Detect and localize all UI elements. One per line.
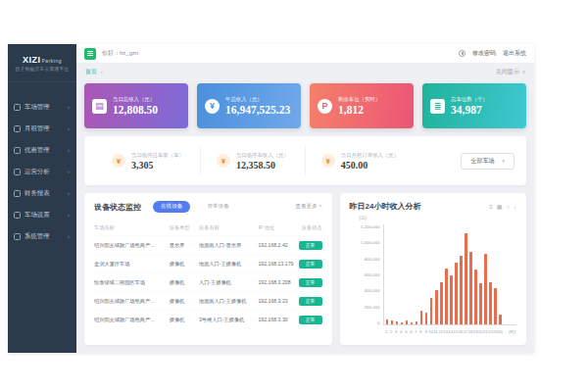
sidebar-item-label: 系统管理 — [24, 232, 67, 241]
cell-device-name: 地面南入口-显示屏 — [199, 242, 258, 249]
parking-icon: P — [318, 99, 332, 114]
cell-lot-name: 绍兴阳光城际广场电商产… — [94, 317, 170, 323]
sidebar-item-3[interactable]: 优惠管理∨ — [8, 139, 76, 161]
table-row: 恒泰绿城二期园区车场摄像机入口-主摄像机192.168.3.208正常 — [94, 272, 322, 291]
collapse-menu-button[interactable] — [84, 48, 96, 60]
y-tick-label: 600,000 — [365, 272, 380, 277]
sidebar-item-7[interactable]: 系统管理∨ — [8, 225, 76, 247]
parking-lot-select-value: 全部车场 — [470, 157, 494, 166]
hamburger-icon — [87, 53, 93, 54]
chevron-down-icon: ▾ — [502, 158, 505, 164]
view-more-link[interactable]: 查看更多 > — [295, 203, 321, 211]
bar — [425, 313, 428, 324]
stat-value: 3,305 — [131, 160, 184, 171]
cell-lot-name: 金润大厦停车场 — [94, 261, 170, 268]
table-row: 绍兴阳光城际广场电商产…摄像机3号楼入口-主摄像机192.168.3.30正常 — [94, 310, 322, 328]
chart-area: 1,200,0001,000,000800,000600,000400,0002… — [350, 224, 516, 337]
discount-icon — [14, 147, 21, 154]
y-tick-label: 400,000 — [365, 288, 380, 293]
status-badge: 正常 — [299, 260, 322, 269]
chart-toolbox: ≡▦○↓ — [489, 204, 516, 210]
summary-card-4: ≣总车位数（个）34,987 — [422, 83, 526, 128]
cell-status: 正常 — [297, 316, 322, 324]
stat-label: 当日月租订单收入（元） — [341, 152, 399, 159]
y-tick-label: 1,200,000 — [361, 224, 380, 229]
cell-status: 正常 — [297, 260, 322, 269]
page: XIZIParking 西子智能停车云管理平台 车场管理∨月租管理∨优惠管理∨运… — [0, 0, 588, 392]
change-password-link[interactable]: 修改密码 — [472, 49, 496, 58]
dashboard-window: XIZIParking 西子智能停车云管理平台 车场管理∨月租管理∨优惠管理∨运… — [8, 44, 534, 353]
chevron-down-icon: ∨ — [67, 105, 71, 110]
y-axis-unit: (元) — [360, 216, 368, 220]
card-label: 总车位数（个） — [451, 96, 488, 103]
restore-icon[interactable]: ○ — [506, 204, 510, 210]
table-row: 金润大厦停车场摄像机地面入口-主摄像机192.168.13.179正常 — [94, 254, 322, 272]
close-hint-label: 关闭提示 — [496, 68, 519, 76]
summary-card-1: ▤当日总收入（元）12,808.50 — [84, 83, 188, 128]
settings-icon — [14, 212, 21, 219]
magic-type-icon[interactable]: ≡ — [489, 204, 493, 210]
sidebar-item-1[interactable]: 车场管理∨ — [8, 96, 76, 118]
bar — [465, 233, 467, 325]
y-axis: 1,200,0001,000,000800,000600,000400,0002… — [350, 224, 383, 337]
bar — [396, 321, 399, 324]
system-icon — [14, 233, 21, 240]
column-header: 车场名称 — [94, 224, 170, 231]
cell-device-name: 入口-主摄像机 — [199, 279, 258, 286]
parking-lot-select[interactable]: 全部车场 ▾ — [461, 153, 514, 170]
logout-link[interactable]: 退出系统 — [503, 49, 526, 58]
sidebar-item-6[interactable]: 车场设置∨ — [8, 204, 76, 225]
breadcrumb-home[interactable]: 首页 — [85, 68, 97, 76]
logo-tagline: 西子智能停车云管理平台 — [13, 67, 72, 72]
download-icon[interactable]: ↓ — [514, 204, 516, 210]
sidebar-item-2[interactable]: 月租管理∨ — [8, 118, 76, 139]
cell-status: 正常 — [297, 297, 322, 306]
status-badge: 正常 — [299, 278, 322, 287]
logo-text: XIZIParking — [13, 55, 72, 65]
sidebar-item-label: 月租管理 — [24, 124, 67, 133]
summary-card-2: ¥年总收入（元）16,947,525.23 — [197, 83, 301, 128]
status-badge: 正常 — [299, 297, 322, 306]
cell-ip: 192.168.3.30 — [258, 317, 297, 322]
card-value: 34,987 — [451, 104, 488, 116]
bar — [489, 282, 492, 324]
device-tab-1[interactable]: 在线设备 — [153, 201, 190, 213]
kpi-cards-row: ▤当日总收入（元）12,808.50¥年总收入（元）16,947,525.23P… — [84, 83, 526, 128]
status-badge: 正常 — [299, 316, 322, 324]
table-row: 绍兴阳光城际广场电商产…显示屏地面南入口-显示屏192.168.2.42正常 — [94, 235, 322, 254]
cell-device-name: 地面入口-主摄像机 — [199, 261, 258, 268]
x-axis: 123456789101112131415161718192021222324(… — [383, 325, 516, 337]
stat-label: 当日临停车收入（元） — [236, 152, 289, 159]
chevron-down-icon: ∨ — [100, 70, 103, 74]
card-value: 12,808.50 — [113, 104, 158, 116]
device-tabs: 在线设备异常设备 — [153, 201, 237, 213]
cell-device-type: 摄像机 — [170, 279, 199, 286]
card-label: 当日总收入（元） — [113, 96, 158, 103]
bar — [435, 290, 438, 324]
table-header-row: 车场名称设备类型设备名称IP 地址设备状态 — [94, 220, 322, 235]
stat-text: 当日临停过车量（车）3,305 — [131, 152, 184, 171]
device-tab-2[interactable]: 异常设备 — [199, 201, 236, 213]
sidebar-item-label: 财务报表 — [24, 189, 67, 198]
sidebar-item-5[interactable]: 财务报表∨ — [8, 182, 76, 204]
stat-text: 当日月租订单收入（元）450.00 — [341, 152, 399, 171]
sidebar-item-label: 运营分析 — [24, 168, 67, 176]
card-text: 剩余车位（实时）1,812 — [338, 96, 380, 116]
column-header: IP 地址 — [258, 224, 297, 231]
device-panel-header: 设备状态监控 在线设备异常设备 查看更多 > — [94, 201, 322, 213]
sidebar-item-4[interactable]: 运营分析∨ — [8, 161, 76, 182]
card-label: 年总收入（元） — [225, 96, 290, 103]
bar-column — [498, 224, 503, 324]
chevron-down-icon: ∨ — [522, 70, 525, 74]
cell-ip: 192.168.3.23 — [258, 298, 297, 304]
cell-device-name: 地面南入口-主摄像机 — [199, 298, 258, 305]
logo-main: XIZI — [23, 55, 41, 65]
card-text: 年总收入（元）16,947,525.23 — [225, 96, 290, 116]
bar-chart-icon[interactable]: ▦ — [497, 204, 503, 210]
stat-value: 450.00 — [341, 160, 399, 171]
close-hint-link[interactable]: 关闭提示 ∨ — [496, 68, 525, 76]
card-text: 总车位数（个）34,987 — [451, 96, 488, 116]
coin-icon: ¥ — [217, 154, 230, 168]
cell-status: 正常 — [297, 278, 322, 287]
logo: XIZIParking 西子智能停车云管理平台 — [8, 44, 76, 82]
